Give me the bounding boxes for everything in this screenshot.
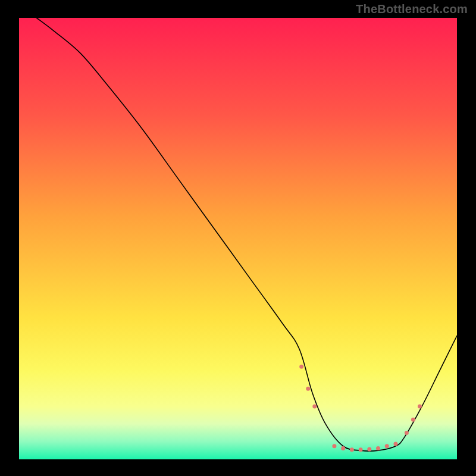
highlight-marker: [312, 404, 317, 408]
highlight-marker: [306, 387, 310, 391]
gradient-background: [19, 18, 457, 459]
chart-area: [19, 18, 457, 459]
highlight-marker: [418, 404, 422, 408]
highlight-marker: [376, 446, 380, 450]
highlight-marker: [299, 365, 303, 369]
highlight-marker: [393, 442, 397, 446]
chart-svg: [19, 18, 457, 459]
highlight-marker: [359, 447, 363, 452]
highlight-marker: [350, 447, 354, 452]
highlight-marker: [367, 447, 371, 451]
highlight-marker: [341, 446, 345, 450]
highlight-marker: [332, 444, 336, 448]
highlight-marker: [411, 418, 415, 422]
highlight-marker: [385, 444, 389, 448]
highlight-marker: [405, 431, 409, 435]
watermark-text: TheBottleneck.com: [356, 2, 468, 16]
